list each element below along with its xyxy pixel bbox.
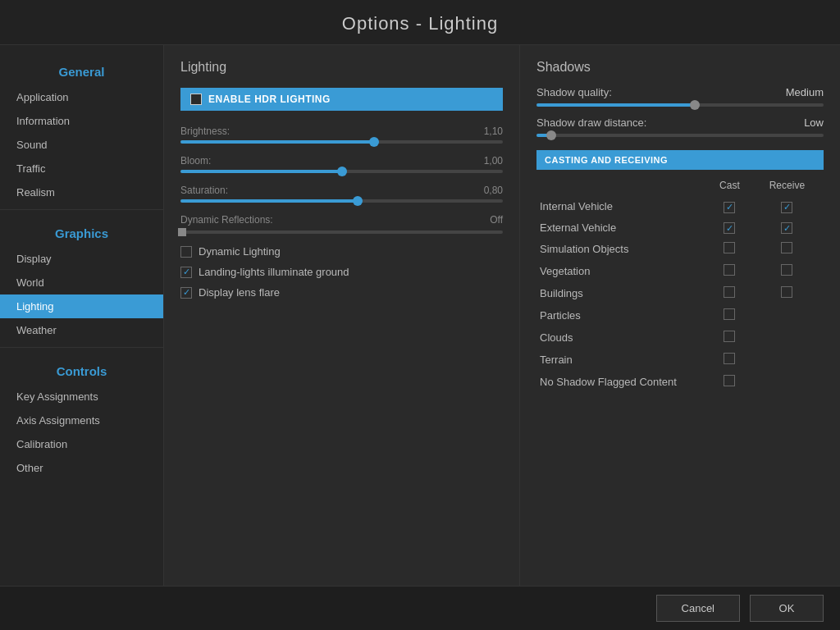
sidebar-item-application[interactable]: Application	[0, 85, 163, 109]
shadow-cast-checkbox[interactable]	[724, 331, 735, 342]
shadow-cast-checkbox[interactable]	[724, 264, 735, 276]
shadow-cast-checkbox[interactable]	[724, 242, 735, 253]
shadow-table-row: Simulation Objects	[536, 238, 824, 260]
checkmark-icon: ✓	[726, 202, 733, 212]
shadow-receive-empty	[751, 371, 824, 393]
title-bar: Options - Lighting	[0, 0, 840, 45]
shadow-quality-label: Shadow quality:	[536, 86, 612, 98]
shadow-receive-cell[interactable]	[751, 238, 824, 260]
shadow-cast-checkbox[interactable]	[724, 353, 735, 364]
sidebar-divider	[0, 209, 163, 210]
hdr-label: ENABLE HDR LIGHTING	[208, 94, 331, 105]
checkbox-dynamic-lighting-label: Dynamic Lighting	[199, 245, 281, 258]
ok-button[interactable]: OK	[750, 595, 824, 622]
slider-brightness-track[interactable]	[180, 140, 503, 144]
shadow-table: Cast Receive Internal Vehicle✓✓External …	[536, 176, 824, 393]
sidebar-item-other[interactable]: Other	[0, 456, 163, 480]
shadow-row-label: Internal Vehicle	[536, 196, 709, 217]
shadow-cast-checkbox[interactable]: ✓	[724, 202, 735, 213]
slider-saturation-fill	[180, 199, 358, 203]
checkbox-dynamic-lighting-row[interactable]: Dynamic Lighting	[180, 245, 503, 258]
slider-brightness-value: 1,10	[484, 126, 503, 137]
slider-bloom-track[interactable]	[180, 170, 503, 173]
shadow-row-label: Terrain	[536, 349, 709, 371]
checkmark-icon: ✓	[726, 223, 733, 234]
sidebar-item-axis-assignments[interactable]: Axis Assignments	[0, 409, 163, 432]
shadow-table-row: Vegetation	[536, 260, 824, 282]
checkmark-icon: ✓	[783, 223, 791, 234]
shadow-distance-slider[interactable]	[536, 134, 824, 137]
hdr-button[interactable]: ENABLE HDR LIGHTING	[180, 88, 503, 111]
shadow-cast-checkbox[interactable]	[724, 375, 735, 386]
sidebar: GeneralApplicationInformationSoundTraffi…	[0, 45, 164, 586]
shadow-table-row: Clouds	[536, 326, 824, 349]
dynamic-reflections-slider[interactable]	[180, 231, 503, 234]
shadow-cast-cell[interactable]	[709, 349, 751, 371]
sidebar-divider	[0, 347, 163, 348]
checkbox-landing-lights-row[interactable]: ✓Landing-lights illuminate ground	[180, 266, 503, 278]
checkbox-display-lens-flare-label: Display lens flare	[199, 286, 280, 299]
sidebar-group-graphics: Graphics	[0, 215, 163, 247]
slider-brightness-thumb	[369, 137, 379, 147]
checkbox-display-lens-flare-row[interactable]: ✓Display lens flare	[180, 286, 503, 299]
shadow-table-row: Buildings	[536, 282, 824, 304]
shadow-receive-checkbox[interactable]: ✓	[781, 222, 792, 234]
sidebar-item-realism[interactable]: Realism	[0, 180, 163, 204]
slider-saturation-label-row: Saturation:0,80	[180, 185, 503, 196]
shadow-receive-cell[interactable]	[751, 282, 824, 304]
shadow-cast-cell[interactable]	[709, 260, 751, 282]
slider-saturation-value: 0,80	[484, 185, 503, 196]
shadow-receive-cell[interactable]: ✓	[751, 196, 824, 217]
shadow-cast-cell[interactable]	[709, 371, 751, 393]
checkbox-dynamic-lighting-box[interactable]	[180, 246, 192, 258]
shadow-row-label: Particles	[536, 304, 709, 326]
checkbox-landing-lights-box[interactable]: ✓	[180, 267, 192, 278]
shadow-quality-slider[interactable]	[536, 103, 824, 107]
checkbox-display-lens-flare-box[interactable]: ✓	[180, 287, 192, 299]
checkboxes-container: Dynamic Lighting✓Landing-lights illumina…	[180, 245, 503, 299]
shadow-receive-cell[interactable]: ✓	[751, 217, 824, 239]
slider-bloom-row: Bloom:1,00	[180, 155, 503, 173]
shadow-receive-checkbox[interactable]: ✓	[781, 202, 792, 213]
sidebar-item-lighting[interactable]: Lighting	[0, 294, 163, 318]
shadow-distance-thumb	[546, 130, 556, 140]
slider-brightness-fill	[180, 140, 374, 144]
shadow-cast-checkbox[interactable]	[724, 286, 735, 298]
sidebar-item-sound[interactable]: Sound	[0, 133, 163, 157]
sidebar-item-display[interactable]: Display	[0, 247, 163, 271]
shadow-receive-checkbox[interactable]	[781, 286, 792, 298]
checkmark-icon: ✓	[183, 267, 190, 276]
slider-saturation-track[interactable]	[180, 199, 503, 203]
shadow-row-label: Buildings	[536, 282, 709, 304]
cancel-button[interactable]: Cancel	[656, 595, 740, 622]
shadow-receive-checkbox[interactable]	[781, 264, 792, 276]
slider-bloom-fill	[180, 170, 342, 173]
sidebar-group-controls: Controls	[0, 353, 163, 385]
shadow-row-label: External Vehicle	[536, 217, 709, 239]
shadow-cast-cell[interactable]	[709, 282, 751, 304]
shadow-receive-cell[interactable]	[751, 260, 824, 282]
shadow-cast-checkbox[interactable]: ✓	[724, 222, 735, 234]
shadow-cast-cell[interactable]: ✓	[709, 196, 751, 217]
slider-brightness-row: Brightness:1,10	[180, 126, 503, 144]
right-panel: Shadows Shadow quality: Medium Shadow dr…	[520, 45, 840, 586]
lighting-panel-title: Lighting	[180, 60, 503, 75]
sidebar-item-world[interactable]: World	[0, 271, 163, 294]
sidebar-item-key-assignments[interactable]: Key Assignments	[0, 385, 163, 409]
shadow-quality-value: Medium	[786, 86, 824, 98]
main-content: GeneralApplicationInformationSoundTraffi…	[0, 45, 840, 586]
shadow-cast-checkbox[interactable]	[724, 308, 735, 320]
shadow-cast-cell[interactable]	[709, 304, 751, 326]
shadow-cast-cell[interactable]: ✓	[709, 217, 751, 239]
shadow-quality-row: Shadow quality: Medium	[536, 86, 824, 98]
shadow-cast-cell[interactable]	[709, 238, 751, 260]
checkbox-landing-lights-label: Landing-lights illuminate ground	[199, 266, 349, 278]
shadow-cast-cell[interactable]	[709, 326, 751, 349]
shadows-title: Shadows	[536, 60, 824, 75]
sidebar-item-calibration[interactable]: Calibration	[0, 432, 163, 456]
sidebar-item-information[interactable]: Information	[0, 109, 163, 133]
sidebar-item-weather[interactable]: Weather	[0, 318, 163, 342]
shadow-row-label: Simulation Objects	[536, 238, 709, 260]
sidebar-item-traffic[interactable]: Traffic	[0, 157, 163, 180]
shadow-receive-checkbox[interactable]	[781, 242, 792, 253]
